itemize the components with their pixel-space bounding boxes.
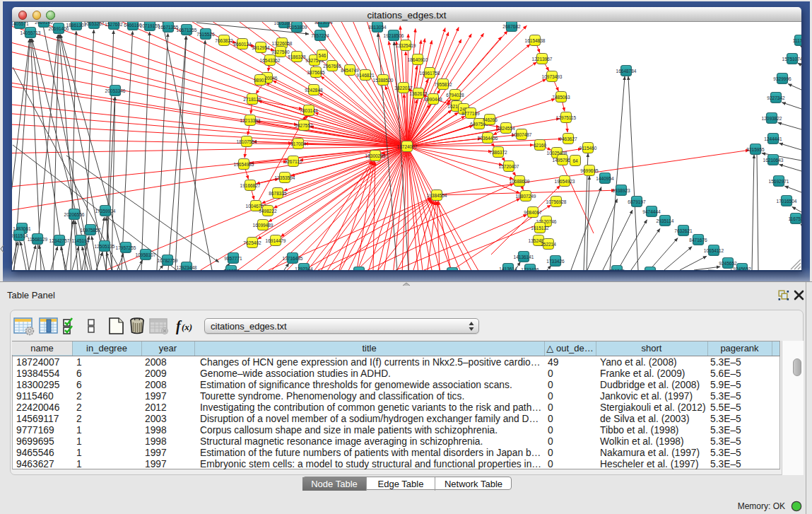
svg-text:7955812: 7955812	[434, 82, 452, 87]
svg-text:7803144: 7803144	[300, 108, 318, 113]
svg-text:2718126: 2718126	[243, 97, 261, 102]
svg-text:16671355: 16671355	[158, 25, 179, 30]
svg-text:16210643: 16210643	[763, 158, 784, 163]
svg-text:3267110: 3267110	[285, 159, 302, 164]
svg-text:9084067: 9084067	[524, 210, 542, 215]
svg-text:15388520: 15388520	[373, 78, 394, 83]
svg-text:64: 64	[572, 158, 578, 163]
svg-text:9245652: 9245652	[733, 267, 751, 270]
svg-text:18300295: 18300295	[365, 153, 386, 158]
svg-text:18724007: 18724007	[397, 144, 418, 149]
svg-text:13325419: 13325419	[396, 43, 416, 48]
svg-text:18807249: 18807249	[516, 194, 536, 199]
svg-text:116753: 116753	[788, 216, 801, 221]
svg-text:1413614: 1413614	[499, 267, 517, 270]
svg-text:8471676: 8471676	[689, 238, 707, 243]
svg-text:896746: 896746	[609, 269, 625, 270]
svg-text:8678335: 8678335	[269, 191, 287, 196]
svg-text:7663822: 7663822	[215, 38, 233, 43]
svg-text:252214: 252214	[541, 242, 556, 247]
svg-text:111753: 111753	[793, 38, 801, 43]
svg-text:16914479: 16914479	[266, 238, 286, 243]
svg-text:10973493: 10973493	[542, 74, 563, 79]
svg-text:19654985: 19654985	[234, 162, 254, 167]
svg-text:1733426: 1733426	[521, 267, 539, 270]
svg-text:7857224: 7857224	[311, 33, 329, 38]
svg-text:7485063: 7485063	[552, 95, 570, 100]
svg-text:1615132: 1615132	[531, 226, 549, 230]
svg-text:16671355: 16671355	[177, 28, 197, 33]
svg-text:9474444: 9474444	[642, 209, 661, 214]
svg-text:13353594: 13353594	[275, 175, 295, 180]
svg-text:1292344: 1292344	[295, 267, 313, 270]
svg-text:12975115: 12975115	[556, 115, 577, 120]
svg-text:10975857: 10975857	[81, 228, 101, 233]
svg-text:9463627: 9463627	[559, 136, 577, 141]
svg-text:9498222: 9498222	[259, 209, 277, 214]
svg-text:10688609: 10688609	[510, 179, 530, 184]
svg-text:7625402: 7625402	[243, 240, 261, 245]
svg-text:11568129: 11568129	[28, 237, 48, 242]
svg-text:10654112: 10654112	[704, 248, 724, 253]
svg-text:1440954: 1440954	[596, 176, 614, 181]
svg-text:16782759: 16782759	[158, 258, 178, 263]
svg-text:9327500: 9327500	[271, 49, 290, 54]
svg-text:917004: 917004	[290, 141, 306, 146]
svg-text:15692971: 15692971	[769, 179, 789, 184]
svg-text:1244441: 1244441	[764, 136, 782, 141]
svg-text:7515526: 7515526	[196, 32, 215, 37]
svg-text:15720407: 15720407	[499, 164, 519, 169]
svg-text:12213383: 12213383	[240, 118, 261, 123]
svg-text:13226058: 13226058	[272, 41, 293, 46]
svg-text:8813054: 8813054	[368, 25, 387, 30]
svg-text:7386372: 7386372	[489, 150, 507, 155]
svg-text:16543362: 16543362	[260, 58, 281, 63]
svg-text:18107554: 18107554	[237, 139, 257, 144]
svg-text:12923448: 12923448	[177, 265, 197, 270]
svg-text:(x): (x)	[182, 322, 192, 332]
svg-text:7632621: 7632621	[674, 228, 693, 233]
svg-text:2967608: 2967608	[323, 64, 341, 69]
svg-text:8454749: 8454749	[341, 68, 359, 73]
svg-text:20206556: 20206556	[64, 212, 85, 217]
svg-text:8660124: 8660124	[233, 42, 252, 47]
svg-text:6879197: 6879197	[628, 199, 646, 204]
svg-text:17957255: 17957255	[116, 245, 136, 250]
svg-text:9329996: 9329996	[773, 76, 792, 81]
svg-text:12342757: 12342757	[49, 238, 70, 243]
svg-text:1733426: 1733426	[546, 259, 565, 264]
svg-text:3911514: 3911514	[12, 233, 28, 238]
svg-text:1145194: 1145194	[72, 238, 90, 243]
svg-text:16961758: 16961758	[420, 71, 440, 76]
svg-text:10756928: 10756928	[546, 199, 567, 204]
svg-text:10653267: 10653267	[84, 22, 105, 26]
svg-text:3822037: 3822037	[394, 86, 413, 90]
svg-text:10807487: 10807487	[512, 132, 532, 137]
svg-text:3875685: 3875685	[307, 70, 325, 75]
svg-text:2687682: 2687682	[502, 24, 521, 29]
svg-text:62160: 62160	[534, 143, 546, 148]
svg-text:9427552: 9427552	[295, 123, 313, 128]
svg-text:2935114: 2935114	[657, 218, 674, 223]
svg-text:9146821: 9146821	[356, 73, 375, 78]
svg-text:1405571: 1405571	[12, 22, 29, 26]
svg-text:98901: 98901	[254, 78, 266, 83]
svg-text:12213967: 12213967	[532, 57, 553, 62]
svg-text:945077: 945077	[223, 269, 239, 270]
svg-text:19218506: 19218506	[384, 33, 404, 38]
svg-text:2069140: 2069140	[35, 22, 53, 25]
svg-text:9227342: 9227342	[767, 95, 785, 100]
svg-text:16099489: 16099489	[253, 223, 273, 228]
svg-text:13716485: 13716485	[283, 256, 303, 261]
svg-text:20364436: 20364436	[478, 136, 498, 141]
svg-text:12505135: 12505135	[95, 244, 115, 249]
svg-text:17359934: 17359934	[95, 209, 116, 214]
svg-text:6794028: 6794028	[446, 93, 464, 98]
svg-text:10958107: 10958107	[136, 252, 156, 257]
svg-text:9857771: 9857771	[224, 256, 242, 261]
svg-text:14136141: 14136141	[514, 255, 534, 259]
svg-text:12093822: 12093822	[762, 116, 782, 121]
svg-text:17016504: 17016504	[777, 199, 797, 204]
svg-text:20053346: 20053346	[105, 88, 126, 93]
svg-text:8813054: 8813054	[314, 22, 333, 25]
